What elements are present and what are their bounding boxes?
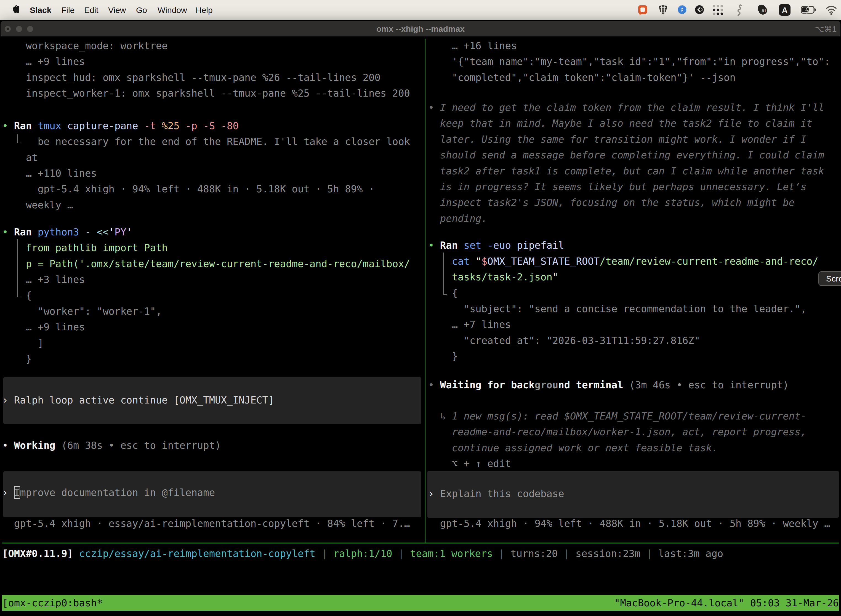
title-bar[interactable]: omx --xhigh --madmax ⌥⌘1 xyxy=(0,21,841,37)
right-pane-line: should send a message before completing … xyxy=(428,147,824,163)
text-segment: readme-and-reco/mailbox/worker-1.json, a… xyxy=(428,426,806,437)
text-segment xyxy=(61,120,67,131)
text-segment xyxy=(470,255,475,267)
svg-text:A: A xyxy=(782,6,788,15)
text-segment: | xyxy=(640,548,658,559)
text-segment: ↳ xyxy=(428,411,452,422)
text-segment xyxy=(434,239,440,251)
menu-item-view[interactable]: View xyxy=(108,0,126,20)
menu-item-file[interactable]: File xyxy=(61,0,75,20)
battery-charging-icon[interactable] xyxy=(801,0,817,20)
text-segment: | xyxy=(558,548,576,559)
text-segment xyxy=(511,239,517,251)
text-segment: tmux xyxy=(38,120,62,131)
apple-menu-icon[interactable] xyxy=(12,5,19,15)
tree-guide-line xyxy=(17,134,18,143)
left-pane-line: ] xyxy=(2,335,44,351)
right-pane-line: continue assigned work or next feasible … xyxy=(428,440,718,456)
recording-indicator-icon[interactable] xyxy=(638,0,648,20)
text-segment: p = Path('.omx/state/team/review-current… xyxy=(2,258,410,269)
window-shortcut-hint: ⌥⌘1 xyxy=(815,21,837,37)
left-pane-input-line[interactable]: › Improve documentation in @filename xyxy=(2,485,215,500)
text-segment: (3m 46s • esc to interrupt) xyxy=(623,379,789,390)
dots-grid-icon[interactable] xyxy=(712,0,724,20)
omx-status-line: [OMX#0.11.9] cczip/essay/ai-reimplementa… xyxy=(2,546,723,561)
text-segment: "subject": "send a concise recommendatio… xyxy=(428,303,806,314)
left-pane-line: inspect_worker-1: omx sparkshell --tmux-… xyxy=(2,85,410,101)
menu-item-slack[interactable]: Slack xyxy=(30,0,51,20)
text-segment: | xyxy=(493,548,510,559)
text-segment: I need to get the claim token from the c… xyxy=(440,102,824,113)
input-source-a-icon[interactable]: A xyxy=(779,0,791,20)
text-segment: -euo xyxy=(487,239,511,251)
text-segment: '{"team_name":"my-team","task_id":"1","f… xyxy=(428,56,830,67)
text-segment: … +3 lines xyxy=(2,274,85,285)
right-pane-line: readme-and-reco/mailbox/worker-1.json, a… xyxy=(428,424,806,440)
wifi-icon[interactable] xyxy=(826,0,837,20)
tmux-status-bar: [omx-cczip0:bash*"MacBook-Pro-44.local" … xyxy=(2,595,839,611)
text-segment: • xyxy=(2,226,8,238)
text-segment: › xyxy=(2,487,8,498)
text-segment: capture-pane xyxy=(67,120,138,131)
menu-item-edit[interactable]: Edit xyxy=(84,0,98,20)
shield-grid-icon[interactable] xyxy=(658,0,668,20)
text-segment: session:23m xyxy=(576,548,641,559)
right-pane-line: "subject": "send a concise recommendatio… xyxy=(428,301,806,317)
text-segment: tasks/task-2.json xyxy=(452,271,552,283)
text-segment: • xyxy=(2,440,8,451)
blue-badge-icon[interactable] xyxy=(677,0,687,20)
usage-badge-icon[interactable]: ..61 xyxy=(756,0,769,20)
menu-item-help[interactable]: Help xyxy=(196,0,213,20)
terminal-content[interactable]: workspace_mode: worktree … +9 lines insp… xyxy=(2,37,839,614)
left-pane-line: } xyxy=(2,351,32,367)
pie-circle-icon[interactable] xyxy=(695,0,705,20)
left-pane-line: … +110 lines xyxy=(2,165,97,181)
text-segment: Ran xyxy=(14,226,32,238)
text-segment: … +9 lines xyxy=(2,56,85,67)
text-segment: • xyxy=(428,239,434,251)
right-pane-line: • Ran set -euo pipefail xyxy=(428,238,564,253)
text-segment: | xyxy=(393,548,410,559)
right-pane-line: task2 after task1 is complete, but can I… xyxy=(428,163,824,179)
pane-divider[interactable] xyxy=(425,39,425,543)
text-cursor xyxy=(14,486,20,499)
text-segment: later. Using the same for transition mig… xyxy=(428,133,806,145)
left-pane-line: … +9 lines xyxy=(2,54,85,69)
text-segment: -p xyxy=(185,120,197,131)
text-segment: … +110 lines xyxy=(2,167,97,179)
left-pane-input-line[interactable]: › Ralph loop active continue [OMX_TMUX_I… xyxy=(2,392,274,408)
right-pane-input-line[interactable]: › Explain this codebase xyxy=(428,486,564,502)
tree-guide-line xyxy=(17,239,18,297)
text-segment: ' xyxy=(109,226,114,238)
text-segment: %25 xyxy=(162,120,179,131)
text-segment xyxy=(91,226,97,238)
text-segment: "worker": "worker-1", xyxy=(2,305,162,317)
right-pane-line: "created_at": "2026-03-31T11:59:27.816Z" xyxy=(428,333,700,348)
text-segment: at xyxy=(2,152,38,163)
left-pane-line: weekly … xyxy=(2,197,73,213)
text-segment: continue assigned work or next feasible … xyxy=(428,442,718,453)
text-segment: Working xyxy=(14,440,56,451)
text-segment: ' xyxy=(126,226,132,238)
text-segment xyxy=(482,239,487,251)
menu-item-go[interactable]: Go xyxy=(136,0,147,20)
right-pane-line: ↳ 1 new msg(s): read $OMX_TEAM_STATE_ROO… xyxy=(428,408,806,424)
text-segment: << xyxy=(97,226,109,238)
dragon-icon[interactable] xyxy=(736,0,744,20)
text-segment: › xyxy=(2,395,8,406)
text-segment: workspace_mode: worktree xyxy=(2,40,168,51)
screen-sharing-button[interactable]: Scre xyxy=(818,271,841,286)
text-segment: gpt-5.4 xhigh · 94% left · 488K in · 5.1… xyxy=(2,183,374,195)
text-segment: "completed","claim_token":"claim-token"}… xyxy=(428,72,736,83)
text-segment: Improve documentation in @filename xyxy=(8,487,215,498)
text-segment: be necessary for the end of the README. … xyxy=(2,136,410,147)
right-pane-line: … +16 lines xyxy=(428,38,517,54)
left-pane-line: "worker": "worker-1", xyxy=(2,303,162,319)
text-segment: Explain this codebase xyxy=(434,488,564,499)
menu-item-window[interactable]: Window xyxy=(158,0,187,20)
text-segment xyxy=(73,548,79,559)
left-pane-line: workspace_mode: worktree xyxy=(2,38,168,54)
text-segment: … +9 lines xyxy=(2,321,85,333)
text-segment: task2 after task1 is complete, but can I… xyxy=(428,165,824,177)
right-pane-line: pending. xyxy=(428,211,487,226)
